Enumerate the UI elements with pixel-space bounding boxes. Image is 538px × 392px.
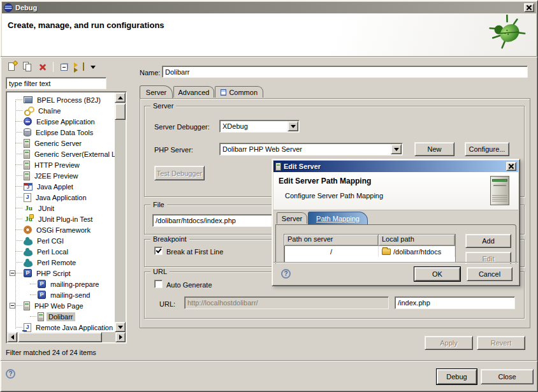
tree-vertical-scrollbar[interactable] [115,92,126,332]
tree-item-label: Generic Server(External La [33,150,115,159]
tab-server-settings[interactable]: Server [277,212,307,224]
chevron-down-icon[interactable] [287,121,298,131]
vertical-scroll-thumb[interactable] [115,103,126,120]
tab-common[interactable]: Common [215,86,263,98]
tree-item-generic-server-external-la[interactable]: Generic Server(External La [7,149,115,159]
folder-icon [382,249,391,255]
tree-item-php-script[interactable]: PPHP Script [7,268,115,279]
filter-icon [83,62,84,71]
tree-item-label: PHP Web Page [33,301,85,310]
tree-item-dolibarr[interactable]: Dolibarr [7,311,115,322]
scroll-down-button[interactable] [115,322,126,332]
tree-item-osgi-framework[interactable]: OSGi Framework [7,224,115,235]
tree-item-perl-remote[interactable]: Perl Remote [7,257,115,268]
filter-icon [74,62,78,68]
tree-item-mailing-prepare[interactable]: Pmailing-prepare [7,279,115,289]
new-configuration-button[interactable] [6,61,18,73]
help-icon[interactable]: ? [281,269,291,279]
base-url-input [184,296,389,309]
edit-server-footer: ? OK Cancel [273,263,518,284]
tree-item-eclipse-application[interactable]: Eclipse Application [7,116,115,127]
tab-path-mapping[interactable]: Path Mapping [308,212,368,224]
configure-server-button[interactable]: Configure... [465,142,509,156]
tree-horizontal-scrollbar[interactable] [7,332,126,342]
file-group-label: File [150,201,167,208]
revert-button[interactable]: Revert [477,336,525,350]
column-local-path[interactable]: Local path [379,235,455,246]
tree-item-j2ee-preview[interactable]: J2EE Preview [7,170,115,181]
tree-item-label: JUnit [36,204,56,213]
tree-item-bpel-process-b2j[interactable]: BPEL Process (B2J) [7,94,115,105]
tree-item-remote-java-application[interactable]: JRemote Java Application [7,322,115,332]
edit-server-header: Edit Server Path Mapping Configure Serve… [273,172,518,210]
edit-server-tabstrip: Server Path Mapping [275,212,518,224]
tab-advanced[interactable]: Advanced [173,86,214,98]
tree-item-label: JUnit Plug-in Test [36,215,94,224]
scroll-right-button[interactable] [115,332,126,342]
tower-vents [492,194,507,203]
name-label: Name: [140,69,160,76]
php-server-select[interactable]: Dolibarr PHP Web Server [219,143,403,156]
collapse-all-button[interactable] [57,61,70,73]
test-debugger-button[interactable]: Test Debugger [154,166,205,180]
tree-item-php-web-page[interactable]: PHP Web Page [7,300,115,311]
tree-item-junit[interactable]: JuJUnit [7,203,115,214]
edit-server-close-button[interactable] [506,162,516,171]
debug-button[interactable]: Debug [437,369,477,384]
tree-item-junit-plug-in-test[interactable]: JuJUnit Plug-in Test [7,214,115,224]
scroll-up-button[interactable] [115,92,126,103]
junit-plugin-icon: Ju [24,214,34,224]
server-debugger-select[interactable]: XDebug [219,120,300,133]
path-mapping-table: Path on server Local path / /dolibarr/ht… [284,234,456,263]
tree-item-label: Dolibarr [47,312,75,321]
collapse-expander-icon[interactable] [10,303,15,309]
tab-label: Common [229,89,258,96]
tree-item-label: mailing-send [48,291,92,300]
duplicate-configuration-button[interactable] [21,61,34,73]
tree-item-eclipse-data-tools[interactable]: Eclipse Data Tools [7,127,115,138]
edit-server-subheading: Configure Server Path Mapping [285,192,383,200]
window-close-button[interactable] [524,3,534,12]
scroll-left-button[interactable] [7,332,17,342]
tree-item-mailing-send[interactable]: Pmailing-send [7,289,115,300]
tree-item-label: J2EE Preview [33,171,80,180]
eclipse-logo-icon [4,3,13,12]
cancel-button[interactable]: Cancel [467,267,513,281]
local-path-cell: /dolibarr/htdocs [379,246,455,257]
arrow-right-icon [119,335,122,340]
apply-button[interactable]: Apply [425,336,473,350]
column-path-on-server[interactable]: Path on server [284,235,379,246]
auto-generate-checkbox[interactable] [154,280,163,288]
url-path-input[interactable] [395,296,515,309]
close-button[interactable]: Close [481,369,534,384]
help-icon[interactable]: ? [6,369,15,379]
ok-button[interactable]: OK [414,267,460,281]
bpel-icon [24,96,33,103]
table-row[interactable]: / /dolibarr/htdocs [284,246,455,257]
collapse-expander-icon[interactable] [10,270,15,276]
tree-item-perl-cgi[interactable]: Perl CGI [7,235,115,246]
server-icon [24,139,30,148]
horizontal-scroll-thumb[interactable] [18,332,102,342]
tree-item-label: Java Applet [35,182,75,191]
toolbar-menu-button[interactable] [87,61,99,73]
tree-item-java-applet[interactable]: JJava Applet [7,181,115,192]
tree-item-generic-server[interactable]: Generic Server [7,138,115,149]
tree-item-java-application[interactable]: JJava Application [7,192,115,203]
break-at-first-line-checkbox[interactable] [154,247,163,255]
new-server-button[interactable]: New [414,142,454,156]
tree-item-cha-ne[interactable]: Chaîne [7,105,115,116]
tab-server[interactable]: Server [140,85,173,98]
delete-configuration-button[interactable] [36,61,49,73]
filter-input[interactable] [6,77,106,89]
filter-status: Filter matched 24 of 24 items [6,349,96,356]
tree-item-http-preview[interactable]: HTTP Preview [7,159,115,170]
database-icon [24,128,31,136]
perl-icon [24,250,33,256]
filter-launch-configurations-button[interactable] [73,61,85,73]
tree-item-perl-local[interactable]: Perl Local [7,246,115,257]
chevron-down-icon[interactable] [391,144,402,154]
add-mapping-button[interactable]: Add [465,234,511,248]
tower-slot [493,185,506,186]
name-input[interactable] [162,66,528,78]
